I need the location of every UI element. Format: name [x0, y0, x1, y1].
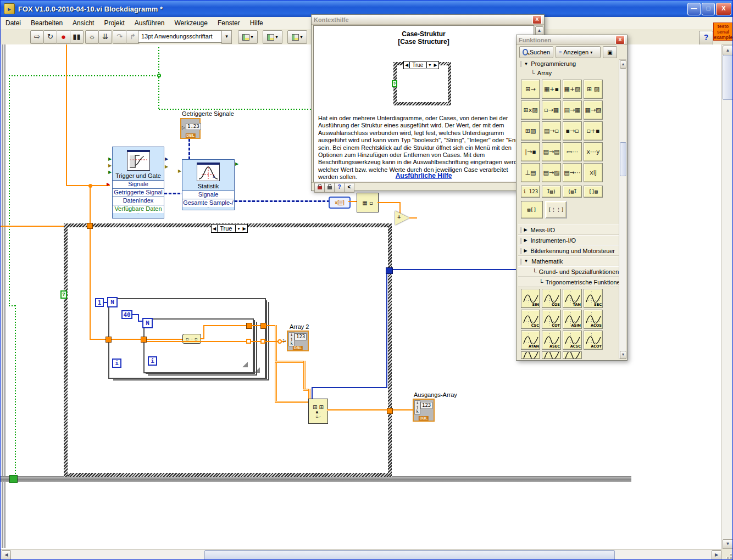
resize-objects-button[interactable]: ▾: [287, 30, 307, 44]
palette-subpalette-icon[interactable]: [⋮⋮]: [545, 201, 567, 219]
palette-function-icon[interactable]: ▤→▦: [563, 100, 582, 120]
trig-function-icon[interactable]: [563, 351, 582, 359]
case-question-tunnel[interactable]: ?: [60, 290, 67, 299]
minimize-button[interactable]: —: [687, 3, 701, 15]
pause-button[interactable]: ▮▮: [70, 30, 84, 44]
palette-function-icon[interactable]: ▦→▨: [584, 100, 603, 120]
loop-count-terminal[interactable]: N: [107, 297, 118, 307]
help-button[interactable]: ?: [699, 31, 713, 45]
iteration-terminal[interactable]: i: [148, 356, 157, 366]
tunnel[interactable]: [246, 323, 252, 329]
close-icon[interactable]: X: [532, 15, 542, 24]
for-loop-inner[interactable]: [143, 318, 254, 373]
palette-tree-root[interactable]: ║ ▼ Programmierung: [519, 60, 576, 67]
retain-wire-values-button[interactable]: ⇊: [98, 30, 112, 44]
palette-function-icon[interactable]: ▫→▦: [542, 100, 561, 120]
tunnel[interactable]: [87, 223, 93, 229]
trig-function-icon-asin[interactable]: ASIN: [563, 310, 582, 329]
tunnel[interactable]: [141, 337, 147, 343]
pin-button[interactable]: ▣: [603, 46, 617, 58]
detailed-help-button[interactable]: ?: [334, 183, 345, 193]
menu-item-ausführen[interactable]: Ausführen: [130, 18, 170, 28]
highlight-execution-button[interactable]: ☼: [85, 30, 99, 44]
palette-category-mathematik[interactable]: ║▼Mathematik: [518, 256, 619, 266]
palette-category-bilderkennung-und-motorsteuer[interactable]: ║▶Bilderkennung und Motorsteuer: [518, 245, 619, 256]
palette-category-grund-und-spezialfunktionen[interactable]: └Grund- und Spezialfunktionen: [518, 266, 619, 277]
palette-function-icon[interactable]: x⋯y: [584, 142, 603, 161]
express-vi-terminal-row[interactable]: Signale: [113, 180, 164, 188]
scroll-left-button[interactable]: ◀: [2, 550, 11, 560]
back-button[interactable]: <: [344, 183, 354, 193]
palette-function-icon[interactable]: ▭⋯: [563, 142, 582, 161]
boolean-tunnel[interactable]: [9, 475, 18, 483]
palette-function-icon[interactable]: ⊥▤: [521, 163, 540, 182]
trig-function-icon-atan[interactable]: ATAN: [521, 331, 540, 350]
trig-function-icon-asec[interactable]: ASEC: [542, 331, 561, 350]
run-button[interactable]: ⇨: [30, 30, 44, 44]
express-vi-terminal-row[interactable]: Verfügbare Daten: [113, 205, 164, 213]
horizontal-scroll-thumb[interactable]: [204, 550, 615, 560]
close-icon[interactable]: X: [615, 36, 625, 44]
tunnel[interactable]: [387, 408, 393, 414]
palette-function-icon[interactable]: ▦+▨: [563, 80, 582, 99]
case-prev-icon[interactable]: ◀: [212, 226, 217, 231]
case-next-icon[interactable]: ▶: [241, 226, 247, 231]
step-over-button[interactable]: ↷: [113, 30, 126, 44]
tree-collapsed-icon[interactable]: ▶: [524, 238, 527, 243]
express-vi-trigger-gate[interactable]: Trigger und Gate SignaleGetriggerte Sign…: [112, 147, 164, 219]
palette-function-icon[interactable]: i 123: [521, 186, 540, 198]
palette-function-icon[interactable]: |→▪: [521, 142, 540, 161]
trig-function-icon-sec[interactable]: SEC: [584, 289, 603, 308]
scroll-down-button[interactable]: ▼: [620, 351, 626, 359]
scroll-down-button[interactable]: ▼: [723, 539, 733, 549]
resize-grip[interactable]: [721, 549, 733, 560]
menu-item-hilfe[interactable]: Hilfe: [245, 18, 268, 28]
trig-function-icon[interactable]: [542, 351, 561, 359]
scroll-up-button[interactable]: ▲: [620, 60, 626, 69]
palette-function-icon[interactable]: ▦+▪: [542, 80, 561, 99]
lock-help-button[interactable]: [314, 183, 325, 193]
palette-function-icon[interactable]: []▨: [584, 186, 603, 198]
trig-function-icon-acot[interactable]: ACOT: [584, 331, 603, 350]
dbl-indicator-terminal[interactable]: ▷ 1.23 DBL: [180, 118, 201, 139]
loop-count-terminal[interactable]: N: [142, 318, 153, 328]
indexing-tunnel[interactable]: [260, 339, 265, 344]
font-selector-dropdown-icon[interactable]: ▾: [221, 30, 232, 44]
vertical-scroll-thumb[interactable]: [723, 55, 733, 100]
palette-function-icon[interactable]: ▤→▤: [542, 142, 561, 161]
indexing-tunnel[interactable]: [246, 339, 251, 344]
array-indicator-terminal[interactable]: ijk 123 DBL: [287, 331, 309, 351]
expand-chevron-icon[interactable]: ˇ: [182, 207, 234, 213]
lock-button[interactable]: [324, 183, 335, 193]
close-button[interactable]: X: [716, 3, 731, 15]
case-dropdown-icon[interactable]: ▾: [236, 226, 241, 231]
context-help-title-bar[interactable]: Kontexthilfe X: [312, 15, 544, 25]
distribute-objects-button[interactable]: ▾: [263, 30, 282, 44]
palette-function-icon[interactable]: ⊞→: [521, 80, 540, 99]
scroll-up-button[interactable]: ▲: [723, 46, 733, 55]
case-selector[interactable]: ◀ True ▾ ▶: [211, 224, 248, 233]
palette-function-icon[interactable]: ⊞x▨: [521, 100, 540, 120]
palette-tree-child-array[interactable]: └ Array: [531, 70, 552, 76]
trig-function-icon-sin[interactable]: SIN: [521, 289, 540, 308]
scroll-up-button[interactable]: ▲: [535, 26, 543, 35]
palette-category-trigonometrische-funktione[interactable]: └Trigonometrische Funktione: [518, 277, 619, 287]
express-vi-terminal-row[interactable]: Gesamte Sample-/: [182, 199, 234, 207]
vertical-scrollbar[interactable]: ▲ ▼: [721, 44, 733, 549]
palette-function-icon[interactable]: ▤→▫: [542, 121, 561, 141]
detailed-help-link[interactable]: Ausführliche Hilfe: [314, 172, 534, 180]
array-indicator-terminal[interactable]: ijk 123 DBL: [413, 399, 435, 422]
trig-function-icon-acos[interactable]: ACOS: [584, 310, 603, 329]
trig-function-icon-tan[interactable]: TAN: [563, 289, 582, 308]
view-button[interactable]: ≡ Anzeigen ▾: [556, 46, 601, 58]
palette-function-icon[interactable]: (▤I: [563, 186, 582, 198]
express-vi-terminal-row[interactable]: Signale: [182, 191, 234, 199]
palette-function-icon[interactable]: ⊞ ▨: [584, 80, 603, 99]
palette-function-icon[interactable]: ▤→⋯: [563, 163, 582, 182]
express-vi-terminal-row[interactable]: Getriggerte Signal: [113, 188, 164, 197]
palette-function-icon[interactable]: ▤→▨: [542, 163, 561, 182]
font-selector[interactable]: 13pt Anwendungsschriftart: [138, 30, 225, 43]
loop-count-constant[interactable]: 40: [121, 310, 132, 319]
tunnel[interactable]: [260, 323, 266, 329]
array-size-node[interactable]: ▦ ▫: [357, 193, 379, 212]
